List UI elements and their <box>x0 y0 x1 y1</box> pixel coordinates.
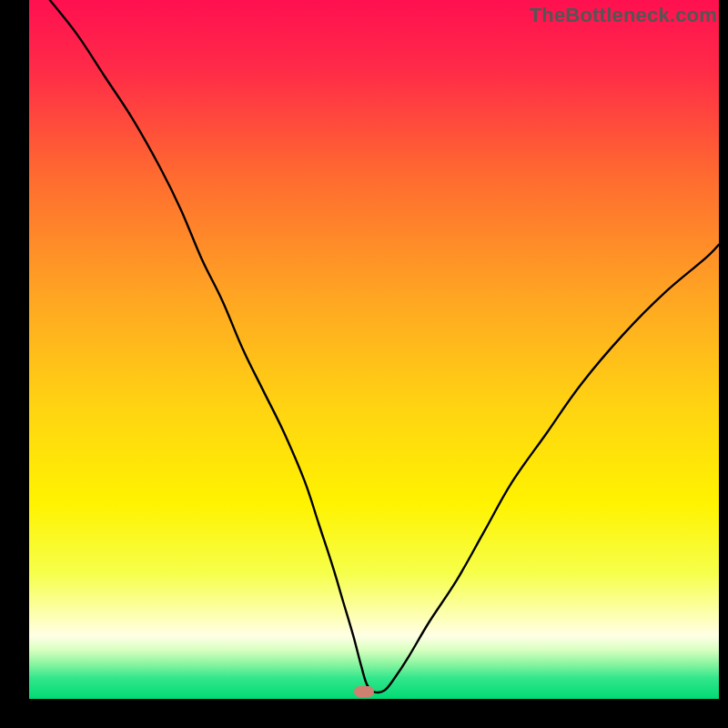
watermark-text: TheBottleneck.com <box>530 4 717 27</box>
background-gradient <box>29 0 719 699</box>
svg-rect-0 <box>29 0 719 699</box>
chart-frame: TheBottleneck.com <box>0 0 728 728</box>
minimum-marker <box>354 686 374 697</box>
plot-area <box>29 0 719 699</box>
